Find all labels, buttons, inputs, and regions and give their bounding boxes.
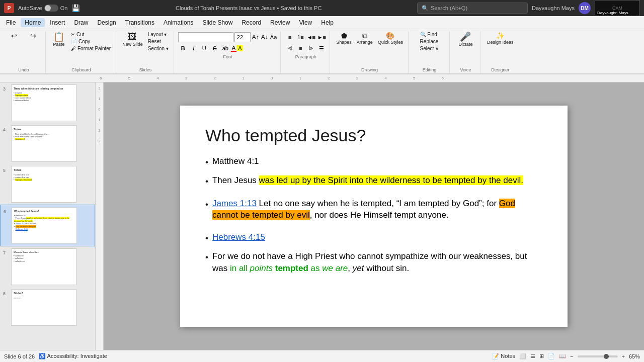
clear-format-button[interactable]: Aa — [270, 34, 277, 40]
avatar[interactable]: DM — [579, 2, 591, 14]
font-size-box[interactable]: 22 — [234, 32, 251, 42]
increase-indent-button[interactable]: ►≡ — [316, 32, 327, 42]
user-name: Dayvaughn Mays — [532, 5, 575, 11]
font-grow-button[interactable]: A↑ — [252, 34, 260, 41]
slide-thumb-8[interactable]: 8 Slide 8 content... — [0, 287, 95, 328]
menu-record[interactable]: Record — [237, 18, 265, 27]
format-painter-button[interactable]: 🖌Format Painter — [69, 45, 113, 52]
dictate-button[interactable]: 🎤Dictate — [456, 31, 474, 48]
vertical-ruler: 210123 — [96, 82, 104, 350]
paragraph-group-label: Paragraph — [295, 54, 316, 60]
menu-file[interactable]: File — [2, 18, 20, 27]
bullet-james: • James 1:13 Let no one say when he is t… — [205, 198, 542, 222]
design-ideas-button[interactable]: ✨Design Ideas — [485, 31, 516, 46]
justify-button[interactable]: ☰ — [316, 43, 327, 53]
menu-draw[interactable]: Draw — [70, 18, 92, 27]
font-color-button[interactable]: A — [231, 45, 236, 52]
copy-button[interactable]: 📄Copy — [69, 38, 113, 45]
hebrews-link[interactable]: Hebrews 4:15 — [212, 232, 265, 242]
editing-buttons: 🔍 Find Replace Select ∨ — [418, 31, 441, 52]
highlight-color-button[interactable]: A — [237, 45, 243, 51]
menu-view[interactable]: View — [295, 18, 316, 27]
font-shrink-button[interactable]: A↓ — [261, 34, 269, 41]
james-link[interactable]: James 1:13 — [212, 199, 257, 208]
cut-button[interactable]: ✂Cut — [69, 31, 113, 38]
bullet-dot-2: • — [205, 175, 208, 188]
replace-button[interactable]: Replace — [418, 38, 441, 45]
shadow-button[interactable]: ab — [220, 43, 230, 53]
select-button[interactable]: Select ∨ — [418, 45, 441, 52]
slide-sorter-button[interactable]: ⊞ — [539, 353, 544, 359]
menu-design[interactable]: Design — [93, 18, 120, 27]
decrease-indent-button[interactable]: ◄≡ — [306, 32, 316, 42]
search-box[interactable]: 🔍 Search (Alt+Q) — [417, 3, 528, 14]
section-button[interactable]: Section ▾ — [146, 45, 171, 52]
notes-view-button[interactable]: 📄 — [548, 353, 555, 359]
bold-button[interactable]: B — [178, 43, 188, 53]
shapes-button[interactable]: ⬟Shapes — [334, 31, 354, 46]
menu-insert[interactable]: Insert — [46, 18, 69, 27]
bullet-highpriest: • For we do not have a High Priest who c… — [205, 250, 542, 275]
bullets-button[interactable]: ≡ — [285, 32, 295, 42]
italic-button[interactable]: I — [189, 43, 199, 53]
notes-icon: 📝 — [492, 353, 499, 359]
slide-num-4: 4 — [3, 127, 9, 132]
slide-thumb-4[interactable]: 4 Totes • They should offer, been blesse… — [0, 123, 95, 164]
undo-button[interactable]: ↩ — [5, 31, 23, 40]
menu-slideshow[interactable]: Slide Show — [198, 18, 236, 27]
slide-thumb-5[interactable]: 5 Totes • content line one• content line… — [0, 164, 95, 205]
new-slide-button[interactable]: 🖼New Slide — [120, 31, 145, 48]
reset-button[interactable]: Reset — [146, 38, 171, 45]
zoom-out-button[interactable]: − — [570, 353, 573, 359]
canvas-area[interactable]: Who tempted Jesus? • Matthew 4:1 • Then … — [104, 82, 644, 350]
paste-button[interactable]: 📋Paste — [50, 31, 68, 48]
slide-thumb-7[interactable]: 7 Where is Jesus when He... • bullet one… — [0, 246, 95, 287]
status-bar: Slide 6 of 26 ♿ Accessibility: Investiga… — [0, 350, 644, 362]
autosave-toggle[interactable] — [44, 5, 58, 12]
ribbon-group-font: 22 A↑ A↓ Aa B I U S ab A A Font — [175, 31, 281, 73]
align-center-button[interactable]: ≡ — [295, 43, 305, 53]
reading-view-button[interactable]: 📖 — [559, 353, 566, 359]
slide-canvas[interactable]: Who tempted Jesus? • Matthew 4:1 • Then … — [180, 106, 568, 327]
redo-button[interactable]: ↪ — [24, 31, 42, 40]
ribbon-group-drawing: ⬟Shapes ⧉Arrange 🎨Quick Styles Drawing — [331, 31, 409, 73]
zoom-slider[interactable] — [578, 355, 618, 357]
slide-thumb-3[interactable]: 3 Then, when Abraham is being tempted as… — [0, 82, 95, 123]
menu-review[interactable]: Review — [266, 18, 294, 27]
find-button[interactable]: 🔍 Find — [418, 31, 441, 38]
zoom-level[interactable]: 65% — [629, 353, 640, 359]
quick-styles-button[interactable]: 🎨Quick Styles — [376, 31, 405, 46]
strikethrough-button[interactable]: S — [210, 43, 220, 53]
accessibility-label: Accessibility: Investigate — [47, 353, 107, 359]
menu-help[interactable]: Help — [317, 18, 338, 27]
arrange-button[interactable]: ⧉Arrange — [355, 31, 375, 46]
slide-thumb-6[interactable]: 6 Who tempted Jesus? • Matthew 4:1 • The… — [0, 205, 95, 246]
menu-transitions[interactable]: Transitions — [121, 18, 158, 27]
save-icon[interactable]: 💾 — [71, 4, 80, 12]
layout-button[interactable]: Layout ▾ — [146, 31, 171, 38]
slide-info: Slide 6 of 26 — [4, 353, 35, 359]
slide-num-8: 8 — [3, 291, 9, 296]
app-logo: P — [4, 3, 14, 13]
numbering-button[interactable]: 1≡ — [295, 32, 305, 42]
tempted-bold: tempted — [275, 263, 308, 273]
menu-animations[interactable]: Animations — [159, 18, 197, 27]
slides-small-buttons: Layout ▾ Reset Section ▾ — [146, 31, 171, 52]
normal-view-button[interactable]: ⬜ — [519, 353, 526, 359]
underline-button[interactable]: U — [199, 43, 209, 53]
align-left-button[interactable]: ⫷ — [285, 43, 295, 53]
notes-button[interactable]: 📝 Notes — [492, 353, 515, 359]
accessibility-icon: ♿ — [39, 353, 46, 359]
ribbon-group-voice: 🎤Dictate Voice — [451, 31, 481, 73]
document-title: Clouds of Torah Presents Isaac vs Jesus … — [176, 5, 321, 11]
zoom-in-button[interactable]: + — [622, 353, 625, 359]
font-name-box[interactable] — [178, 32, 233, 42]
outline-view-button[interactable]: ☰ — [530, 353, 535, 359]
title-bar: P AutoSave On 💾 Clouds of Torah Presents… — [0, 0, 644, 16]
status-right: 📝 Notes ⬜ ☰ ⊞ 📄 📖 − + 65% — [492, 353, 640, 359]
align-right-button[interactable]: ⫸ — [306, 43, 316, 53]
menu-home[interactable]: Home — [21, 18, 45, 27]
undo-group-label: Undo — [18, 67, 29, 73]
slide-panel: 3 Then, when Abraham is being tempted as… — [0, 82, 96, 350]
webcam-label: Dayvaughn Mays — [596, 11, 629, 15]
